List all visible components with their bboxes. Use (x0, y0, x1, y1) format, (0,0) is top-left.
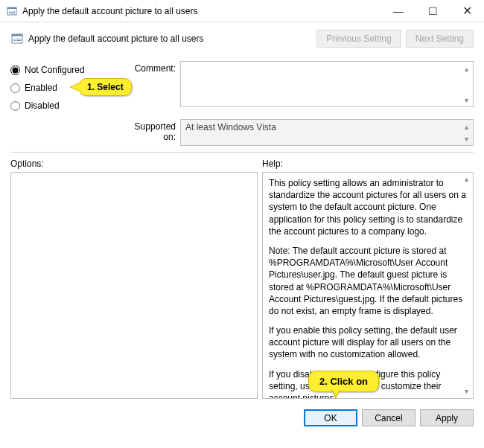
policy-icon (10, 32, 24, 45)
apply-button[interactable]: Apply (420, 409, 474, 426)
svg-rect-4 (12, 34, 22, 36)
annotation-select: 1. Select (79, 78, 132, 96)
minimize-button[interactable]: — (381, 0, 415, 22)
help-panel: This policy setting allows an administra… (262, 172, 474, 399)
dialog-footer: OK Cancel Apply (0, 405, 484, 426)
annotation-click-on: 2. Click on (308, 371, 379, 392)
radio-not-configured[interactable] (10, 65, 20, 75)
header-row: Apply the default account picture to all… (10, 30, 474, 48)
previous-setting-button[interactable]: Previous Setting (316, 30, 401, 48)
radio-enabled-label[interactable]: Enabled (25, 83, 57, 93)
scroll-up-icon[interactable]: ▴ (461, 63, 471, 74)
supported-on-box: At least Windows Vista ▴ ▾ (180, 119, 474, 146)
next-setting-button[interactable]: Next Setting (406, 30, 474, 48)
scroll-down-icon[interactable]: ▾ (461, 95, 471, 105)
comment-textarea[interactable]: ▴ ▾ (180, 61, 474, 107)
state-radio-group: Not Configured Enabled 1. Select Disable… (10, 61, 122, 115)
title-bar: Apply the default account picture to all… (0, 0, 484, 22)
svg-point-2 (9, 11, 10, 13)
radio-enabled[interactable] (10, 83, 20, 93)
window-controls: — ☐ ✕ (381, 0, 484, 22)
supported-on-text: At least Windows Vista (185, 122, 276, 132)
supported-on-label: Supported on: (122, 119, 180, 142)
scroll-down-icon[interactable]: ▾ (461, 386, 471, 397)
radio-disabled[interactable] (10, 101, 20, 111)
close-button[interactable]: ✕ (450, 0, 484, 22)
help-paragraph: If you enable this policy setting, the d… (269, 324, 467, 361)
window-title: Apply the default account picture to all… (22, 6, 381, 16)
comment-label: Comment: (122, 61, 180, 74)
app-icon (6, 5, 18, 17)
ok-button[interactable]: OK (304, 409, 357, 426)
maximize-button[interactable]: ☐ (415, 0, 450, 22)
divider (10, 152, 474, 153)
svg-rect-1 (7, 7, 16, 9)
radio-not-configured-label[interactable]: Not Configured (25, 65, 85, 75)
options-panel (10, 172, 258, 399)
help-paragraph: Note: The default account picture is sto… (269, 245, 467, 317)
help-paragraph: This policy setting allows an administra… (269, 177, 467, 237)
page-title: Apply the default account picture to all… (28, 33, 312, 44)
scroll-up-icon[interactable]: ▴ (461, 121, 471, 132)
cancel-button[interactable]: Cancel (362, 409, 415, 426)
scroll-up-icon[interactable]: ▴ (461, 174, 471, 185)
help-label: Help: (262, 159, 283, 169)
svg-point-5 (13, 39, 16, 42)
options-label: Options: (10, 159, 262, 169)
scroll-down-icon[interactable]: ▾ (461, 133, 471, 144)
radio-disabled-label[interactable]: Disabled (25, 100, 60, 111)
